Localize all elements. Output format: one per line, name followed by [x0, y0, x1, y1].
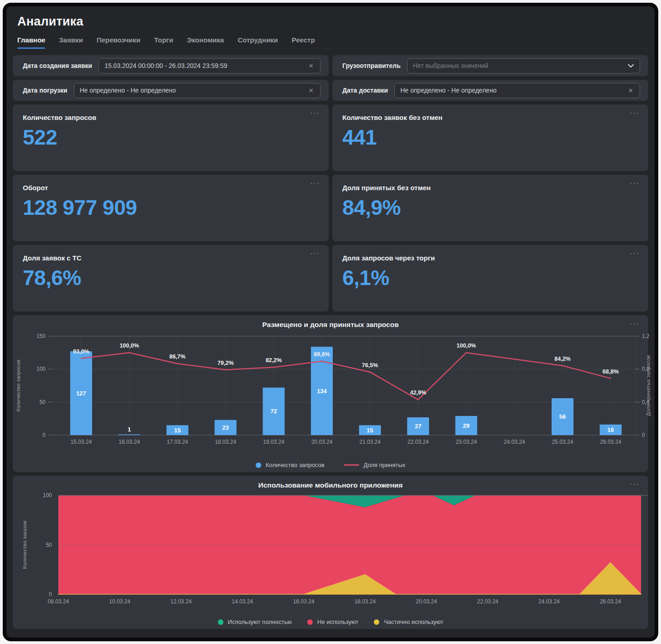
svg-text:23: 23 — [222, 424, 229, 431]
tab-perevozchiki[interactable]: Перевозчики — [97, 36, 140, 48]
area-chart-plot[interactable]: 05010008.03.2410.03.2412.03.2414.03.2416… — [13, 489, 648, 619]
tab-zayavki[interactable]: Заявки — [59, 36, 83, 48]
svg-text:22.03.24: 22.03.24 — [477, 598, 499, 605]
svg-text:134: 134 — [317, 388, 327, 395]
svg-text:Количество запросов: Количество запросов — [15, 359, 21, 411]
kpi-label: Доля заявок с ТС — [23, 254, 319, 262]
legend-item-no-use[interactable]: Не используют — [307, 618, 358, 625]
kpi-value: 84,9% — [342, 195, 638, 220]
svg-text:19.03.24: 19.03.24 — [263, 439, 284, 445]
svg-text:1,2: 1,2 — [642, 333, 650, 339]
delivery-date-label: Дата доставки — [342, 87, 388, 94]
kpi-accepted-share: ··· Доля принятых без отмен 84,9% — [332, 175, 648, 241]
filters-section: Дата создания заявки 15.03.2024 00:00:00… — [13, 55, 648, 101]
chart-title: Размещено и доля принятых запросов — [13, 315, 648, 329]
svg-text:15: 15 — [367, 427, 373, 434]
clear-icon[interactable]: ✕ — [308, 62, 315, 69]
filter-loading-date: Дата погрузки Не определено - Не определ… — [13, 80, 329, 101]
legend-item-accepted-share[interactable]: Доля принятых — [344, 462, 406, 468]
more-menu-icon[interactable]: ··· — [309, 108, 321, 118]
kpi-orders-with-vehicle: ··· Доля заявок с ТС 78,6% — [13, 245, 329, 312]
svg-text:22.03.24: 22.03.24 — [408, 439, 429, 445]
svg-text:72: 72 — [270, 408, 277, 415]
delivery-date-input[interactable]: Не определено - Не определено ✕ — [394, 83, 640, 98]
svg-text:17.03.24: 17.03.24 — [167, 439, 188, 445]
legend-label: Количество запросов — [266, 462, 325, 468]
legend-item-partial-use[interactable]: Частично используют — [374, 618, 443, 625]
svg-text:14.03.24: 14.03.24 — [232, 598, 253, 605]
kpi-label: Количество запросов — [23, 114, 319, 121]
svg-text:76,5%: 76,5% — [362, 362, 378, 369]
loading-date-value: Не определено - Не определено — [80, 87, 176, 94]
svg-text:10.03.24: 10.03.24 — [109, 598, 130, 605]
svg-text:50: 50 — [46, 542, 52, 548]
svg-text:1: 1 — [128, 426, 131, 433]
legend-dot-icon — [256, 462, 261, 468]
svg-text:100: 100 — [43, 492, 52, 499]
tab-ekonomika[interactable]: Экономика — [187, 36, 224, 48]
creation-date-value: 15.03.2024 00:00:00 - 26.03.2024 23:59:5… — [104, 62, 227, 69]
svg-text:23.03.24: 23.03.24 — [455, 439, 477, 445]
svg-text:16.03.24: 16.03.24 — [119, 439, 140, 445]
more-menu-icon[interactable]: ··· — [309, 249, 321, 258]
svg-text:68,8%: 68,8% — [603, 369, 619, 375]
svg-text:Доля принятых запросов: Доля принятых запросов — [646, 355, 651, 416]
more-menu-icon[interactable]: ··· — [629, 178, 641, 188]
svg-text:18.03.24: 18.03.24 — [354, 598, 376, 605]
delivery-date-value: Не определено - Не определено — [400, 87, 496, 94]
svg-text:100,0%: 100,0% — [457, 343, 476, 349]
more-menu-icon[interactable]: ··· — [309, 178, 321, 188]
chart1-legend: Количество запросов Доля принятых — [13, 462, 648, 468]
svg-text:0: 0 — [42, 432, 46, 438]
creation-date-input[interactable]: 15.03.2024 00:00:00 - 26.03.2024 23:59:5… — [98, 58, 320, 73]
filter-creation-date: Дата создания заявки 15.03.2024 00:00:00… — [13, 55, 329, 76]
tab-sotrudniki[interactable]: Сотрудники — [238, 36, 278, 48]
svg-text:12.03.24: 12.03.24 — [170, 598, 192, 605]
kpi-value: 6,1% — [342, 265, 638, 290]
more-menu-icon[interactable]: ··· — [629, 479, 641, 489]
svg-text:82,2%: 82,2% — [266, 357, 282, 364]
creation-date-label: Дата создания заявки — [23, 62, 92, 69]
analytics-dashboard: Аналитика Главное Заявки Перевозчики Тор… — [6, 6, 655, 638]
more-menu-icon[interactable]: ··· — [629, 249, 641, 258]
svg-text:26.03.24: 26.03.24 — [600, 439, 621, 445]
svg-text:89,6%: 89,6% — [314, 351, 330, 358]
kpi-turnover: ··· Оборот 128 977 909 — [13, 175, 329, 241]
tab-torgi[interactable]: Торги — [154, 36, 173, 48]
kpi-label: Доля запросов через торги — [342, 254, 638, 262]
svg-text:42,9%: 42,9% — [410, 390, 426, 396]
kpi-value: 441 — [342, 125, 638, 150]
tab-reestr[interactable]: Реестр — [292, 36, 315, 48]
svg-text:18.03.24: 18.03.24 — [215, 439, 236, 445]
kpi-auction-share: ··· Доля запросов через торги 6,1% — [332, 245, 648, 312]
svg-text:79,2%: 79,2% — [217, 360, 233, 366]
legend-dot-icon — [307, 619, 313, 625]
clear-icon[interactable]: ✕ — [308, 87, 315, 94]
legend-item-full-use[interactable]: Используют полностью — [218, 618, 292, 625]
shipper-select[interactable]: Нет выбранных значений — [407, 58, 640, 73]
shipper-label: Грузоотправитель — [342, 62, 401, 69]
svg-text:84,2%: 84,2% — [554, 356, 570, 362]
kpi-value: 128 977 909 — [23, 195, 319, 220]
chart2-legend: Используют полностью Не используют Части… — [13, 618, 648, 625]
filter-delivery-date: Дата доставки Не определено - Не определ… — [332, 80, 648, 101]
bar-line-chart-plot[interactable]: 15.03.2416.03.2417.03.2418.03.2419.03.24… — [13, 329, 648, 455]
loading-date-input[interactable]: Не определено - Не определено ✕ — [74, 83, 320, 98]
kpi-label: Количество заявок без отмен — [342, 114, 638, 121]
svg-text:20.03.24: 20.03.24 — [416, 598, 437, 605]
legend-item-requests[interactable]: Количество запросов — [256, 462, 325, 468]
svg-text:26.03.24: 26.03.24 — [600, 598, 621, 605]
more-menu-icon[interactable]: ··· — [629, 108, 641, 118]
chevron-down-icon[interactable] — [628, 64, 634, 68]
svg-text:08.03.24: 08.03.24 — [48, 598, 69, 605]
more-menu-icon[interactable]: ··· — [629, 319, 641, 328]
chart-title: Использование мобильного приложения — [13, 476, 648, 489]
svg-text:127: 127 — [76, 390, 86, 397]
legend-line-icon — [344, 464, 359, 466]
svg-text:21.03.24: 21.03.24 — [359, 439, 381, 445]
clear-icon[interactable]: ✕ — [627, 87, 634, 94]
tab-glavnoe[interactable]: Главное — [17, 36, 45, 48]
legend-dot-icon — [218, 619, 223, 625]
kpi-value: 78,6% — [23, 265, 319, 290]
kpi-section: ··· Количество запросов 522 ··· Количест… — [13, 104, 648, 312]
